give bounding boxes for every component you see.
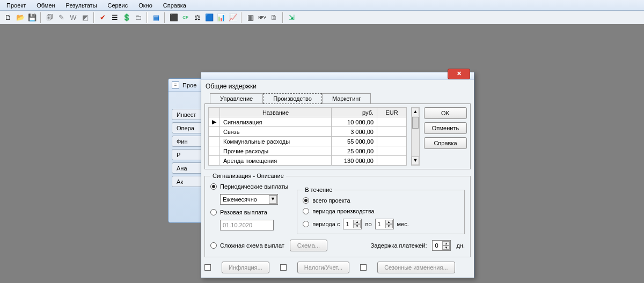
radio-single[interactable]: Разовая выплата [210, 209, 288, 215]
new-icon[interactable]: 🗋 [3, 12, 13, 23]
period-combo[interactable]: Ежемесячно ▼ [220, 194, 278, 205]
save-icon[interactable]: 💾 [27, 12, 37, 23]
check-icon[interactable]: ✔ [98, 12, 108, 23]
cell-eur[interactable] [377, 117, 407, 127]
cell-rub[interactable]: 25 000,00 [332, 146, 377, 156]
spin-down-icon[interactable]: ▼ [442, 245, 450, 250]
grid-header-name[interactable]: Название [220, 108, 332, 117]
cell-name[interactable]: Аренда помещения [220, 156, 332, 166]
close-button[interactable]: ✕ [448, 69, 470, 79]
grid-row[interactable]: Коммунальные расходы 55 000,00 [209, 137, 407, 146]
list-icon[interactable]: ☰ [109, 12, 120, 23]
cell-rub[interactable]: 10 000,00 [332, 117, 377, 127]
chart-icon[interactable]: 📊 [216, 12, 226, 23]
app2-icon[interactable]: 🟦 [204, 12, 214, 23]
dialog-chrome[interactable]: ✕ [201, 72, 474, 80]
doc3-icon[interactable]: ◩ [80, 12, 90, 23]
spin-down-icon[interactable]: ▼ [385, 224, 393, 228]
form-icon[interactable]: ▤ [151, 12, 161, 23]
radio-all-project[interactable]: всего проекта [303, 197, 459, 204]
scale-icon[interactable]: ⚖ [192, 12, 202, 23]
word-icon[interactable]: W [68, 12, 78, 23]
folder2-icon[interactable]: 🗀 [133, 12, 143, 23]
cell-rub[interactable]: 130 000,00 [332, 156, 377, 166]
cell-name[interactable]: Связь [220, 127, 332, 137]
app1-icon[interactable]: ⬛ [169, 12, 179, 23]
grid-row[interactable]: ▶ Сигнализация 10 000,00 [209, 117, 407, 127]
menu-exchange[interactable]: Обмен [31, 1, 60, 10]
grid-header-eur[interactable]: EUR [377, 108, 407, 117]
tab-production[interactable]: Производство [263, 93, 322, 104]
spin-down-icon[interactable]: ▼ [353, 224, 361, 228]
cell-eur[interactable] [377, 156, 407, 166]
radio-periodic[interactable]: Периодические выплаты [210, 183, 288, 190]
cell-name[interactable]: Сигнализация [220, 117, 332, 127]
inflation-check[interactable] [204, 264, 211, 271]
menu-service[interactable]: Сервис [103, 1, 134, 10]
cell-name[interactable]: Прочие расходы [220, 146, 332, 156]
scroll-up-icon[interactable]: ▲ [412, 108, 419, 116]
radio-period-range[interactable]: периода с 1 ▲▼ по 1 ▲▼ мес. [303, 219, 459, 229]
months-suffix: мес. [397, 221, 409, 227]
grid-header-rub[interactable]: руб. [332, 108, 377, 117]
cancel-button[interactable]: Отменить [424, 122, 467, 134]
cell-eur[interactable] [377, 146, 407, 156]
ok-button[interactable]: OK [424, 107, 467, 119]
dollar-icon[interactable]: 💲 [121, 12, 131, 23]
range-to-spin[interactable]: 1 ▲▼ [375, 219, 394, 229]
menubar: Проект Обмен Результаты Сервис Окно Спра… [0, 0, 644, 11]
scheme-button: Схема... [290, 240, 327, 251]
range-from-spin[interactable]: 1 ▲▼ [343, 219, 362, 229]
doc2-icon[interactable]: ✎ [56, 12, 67, 23]
spin-up-icon[interactable]: ▲ [442, 241, 450, 245]
to-label: по [365, 221, 371, 227]
help-button[interactable]: Справка [424, 137, 467, 149]
cell-name[interactable]: Коммунальные расходы [220, 137, 332, 146]
open-icon[interactable]: 📂 [15, 12, 25, 23]
bgwin-title: Прое [182, 82, 196, 88]
grid-row[interactable]: Связь 3 000,00 [209, 127, 407, 137]
doc1-icon[interactable]: 🗐 [45, 12, 55, 23]
grid-row[interactable]: Аренда помещения 130 000,00 [209, 156, 407, 166]
radio-production-period[interactable]: периода производства [303, 208, 459, 214]
scrollbar-vertical[interactable]: ▲ ▼ [411, 107, 420, 166]
tax-check[interactable] [280, 264, 287, 271]
export-icon[interactable]: ⇲ [287, 12, 297, 23]
spin-up-icon[interactable]: ▲ [353, 220, 361, 224]
delay-spin[interactable]: 0 ▲▼ [432, 240, 451, 251]
chevron-down-icon: ▼ [269, 195, 277, 204]
radio-icon [210, 183, 217, 190]
menu-help[interactable]: Справка [158, 1, 192, 10]
tax-button: Налоги/Учет... [297, 262, 349, 273]
days-suffix: дн. [456, 242, 465, 249]
doc4-icon[interactable]: 🗎 [269, 12, 279, 23]
radio-all-label: всего проекта [312, 197, 350, 204]
grid-row[interactable]: Прочие расходы 25 000,00 [209, 146, 407, 156]
scroll-down-icon[interactable]: ▼ [412, 157, 419, 165]
cf-icon[interactable]: CF [180, 12, 191, 23]
cell-eur[interactable] [377, 127, 407, 137]
radio-complex-scheme[interactable]: Сложная схема выплат [210, 242, 284, 249]
radio-periodic-label: Периодические выплаты [220, 183, 288, 190]
cell-eur[interactable] [377, 137, 407, 146]
costs-grid[interactable]: Название руб. EUR ▶ Сигнализация 10 000,… [208, 107, 407, 166]
npv-icon[interactable]: NPV [257, 12, 267, 23]
spin-up-icon[interactable]: ▲ [385, 220, 393, 224]
menu-results[interactable]: Результаты [61, 1, 103, 10]
bar-icon[interactable]: ▥ [245, 12, 255, 23]
duration-legend: В течение [303, 187, 334, 193]
chart2-icon[interactable]: 📈 [228, 12, 238, 23]
cell-rub[interactable]: 55 000,00 [332, 137, 377, 146]
season-check[interactable] [360, 264, 367, 271]
grid-header-ptr [209, 108, 220, 117]
menu-window[interactable]: Окно [133, 1, 158, 10]
scroll-thumb[interactable] [412, 117, 419, 129]
radio-single-label: Разовая выплата [220, 209, 267, 215]
description-legend: Сигнализация - Описание [210, 173, 286, 179]
delay-value: 0 [435, 242, 438, 249]
menu-project[interactable]: Проект [1, 1, 31, 10]
inflation-button: Инфляция... [222, 262, 269, 273]
tab-management[interactable]: Управление [210, 93, 263, 104]
cell-rub[interactable]: 3 000,00 [332, 127, 377, 137]
tab-marketing[interactable]: Маркетинг [322, 93, 371, 104]
